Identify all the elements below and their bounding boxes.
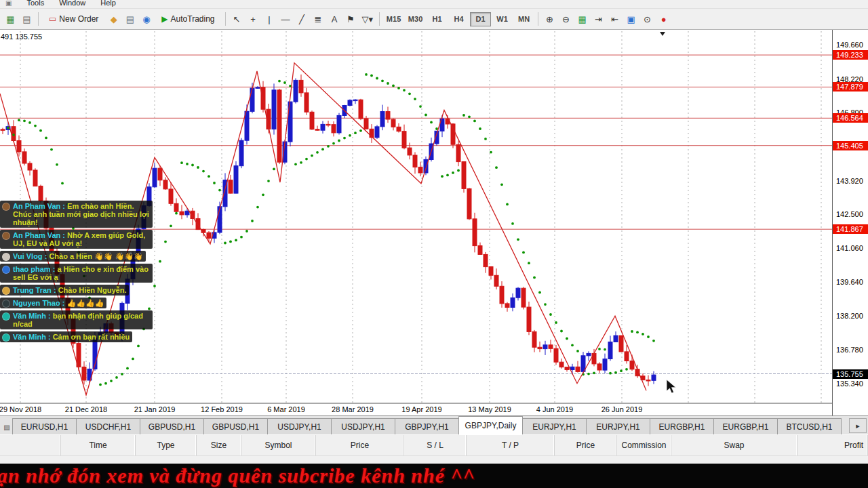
parabolic-sar-dot — [7, 127, 9, 129]
profiles-button[interactable]: ▤ — [19, 11, 35, 27]
chat-avatar — [2, 232, 10, 240]
record-button[interactable]: ● — [656, 11, 671, 27]
chart-tab-btcusd-h1[interactable]: BTCUSD,H1 — [777, 418, 842, 434]
fibonacci-button[interactable]: ≣ — [311, 11, 326, 27]
chart-tab-eurgbp-h1[interactable]: EURGBP,H1 — [713, 418, 778, 434]
chart-tab-eurjpy-h1[interactable]: EURJPY,H1 — [522, 418, 587, 434]
candle-body — [315, 129, 319, 131]
candle-body — [397, 127, 401, 131]
timeframe-d1-button[interactable]: D1 — [470, 12, 491, 26]
menu-items: ▣ToolsWindowHelp — [0, 0, 868, 9]
parabolic-sar-dot — [403, 89, 406, 92]
menu-item-help[interactable]: Help — [100, 0, 116, 7]
shapes-dropdown-button[interactable]: ▽▾ — [359, 11, 376, 27]
terminal-col-size: Size — [197, 435, 241, 455]
parabolic-sar-dot — [620, 369, 623, 372]
date-label: 12 Feb 2019 — [201, 405, 243, 413]
autotrading-play-icon: ▶ — [161, 15, 167, 23]
chart-tab-usdjpy-h1[interactable]: USDJPY,H1 — [331, 418, 395, 434]
metaeditor-button[interactable]: ◆ — [106, 11, 121, 27]
shapes-dropdown-icon: ▽▾ — [362, 15, 374, 24]
crosshair-button[interactable]: + — [245, 11, 261, 27]
timeframe-h4-button[interactable]: H4 — [448, 12, 469, 26]
print-button[interactable]: ▤ — [122, 11, 138, 27]
tab-list-icon[interactable]: ▤ — [1, 420, 12, 434]
livestream-chat-overlay: An Pham Van : Em chào anh Hiền. Chúc anh… — [0, 201, 157, 344]
terminal-col-empty — [0, 435, 61, 455]
timeframe-h1-button[interactable]: H1 — [427, 12, 448, 26]
price-scale[interactable]: 149.660148.220146.800143.920142.500141.0… — [832, 30, 868, 415]
chart-tab-usdchf-h1[interactable]: USDCHF,H1 — [76, 418, 140, 434]
parabolic-sar-dot — [34, 125, 37, 127]
app-icon: ▣ — [5, 0, 12, 7]
parabolic-sar-dot — [316, 151, 319, 154]
zoom-in-icon: ⊕ — [546, 15, 553, 24]
new-order-icon: ▭ — [49, 15, 56, 23]
candle-body — [587, 353, 591, 355]
parabolic-sar-dot — [538, 291, 541, 294]
menu-item-tools[interactable]: Tools — [26, 0, 44, 7]
chart-shift-icon: ⇤ — [611, 15, 618, 24]
parabolic-sar-dot — [544, 303, 547, 306]
strategy-tester-button[interactable]: ▣ — [623, 11, 639, 27]
auto-scroll-button[interactable]: ⇥ — [591, 11, 606, 27]
date-axis[interactable]: 29 Nov 201821 Dec 201821 Jan 201912 Feb … — [0, 404, 832, 415]
mouse-cursor-icon — [667, 380, 676, 393]
chart-tab-gbpjpy-daily[interactable]: GBPJPY,Daily — [458, 416, 523, 434]
chart-tab-usdjpy-h1[interactable]: USDJPY,H1 — [267, 418, 332, 434]
candle-body — [380, 112, 384, 127]
timeframe-w1-button[interactable]: W1 — [492, 12, 513, 26]
crosshair-icon: + — [250, 15, 256, 24]
timeframe-mn-button[interactable]: MN — [513, 12, 534, 26]
new-chart-button[interactable]: ▦ — [3, 11, 18, 27]
parabolic-sar-dot — [175, 212, 178, 215]
scroll-to-end-marker[interactable] — [660, 32, 665, 36]
horizontal-line-button[interactable]: — — [278, 11, 294, 27]
parabolic-sar-dot — [593, 371, 595, 374]
vertical-line-button[interactable]: | — [262, 11, 277, 27]
chart-tab-eurusd-h1[interactable]: EURUSD,H1 — [12, 418, 77, 434]
candle-body — [234, 166, 238, 193]
chart-tab-eurjpy-h1[interactable]: EURJPY,H1 — [586, 418, 650, 434]
timeframe-m15-button[interactable]: M15 — [383, 12, 404, 26]
menu-item-window[interactable]: Window — [59, 0, 85, 7]
parabolic-sar-dot — [522, 251, 525, 254]
candle-body — [543, 345, 547, 349]
search-button[interactable]: ⊙ — [639, 11, 655, 27]
price-tick-label: 135.340 — [833, 379, 868, 388]
cursor-button[interactable]: ↖ — [229, 11, 245, 27]
candle-body — [169, 189, 173, 203]
tab-scroll-right-button[interactable]: ▸ — [849, 418, 867, 433]
timeframe-m30-button[interactable]: M30 — [405, 12, 426, 26]
parabolic-sar-dot — [321, 148, 324, 150]
parabolic-sar-dot — [587, 373, 590, 375]
text-button[interactable]: A — [327, 11, 342, 27]
parabolic-sar-dot — [283, 81, 286, 84]
fibonacci-icon: ≣ — [315, 15, 322, 24]
price-line-label: 147.879 — [833, 82, 868, 92]
zoom-out-button[interactable]: ⊖ — [558, 11, 574, 27]
parabolic-sar-dot — [294, 163, 297, 165]
trendline-button[interactable]: ╱ — [294, 11, 310, 27]
chart-tab-gbpusd-h1[interactable]: GBPUSD,H1 — [203, 418, 268, 434]
new-order-button[interactable]: ▭New Order — [42, 11, 105, 27]
chat-message: Văn Minh : bạn nhận định giúp g/cad n/ca… — [0, 310, 153, 329]
parabolic-sar-dot — [419, 105, 422, 108]
date-label: 21 Jan 2019 — [134, 405, 176, 413]
tile-windows-button[interactable]: ▦ — [574, 11, 590, 27]
market-watch-button[interactable]: ◉ — [138, 11, 154, 27]
chat-avatar — [2, 333, 10, 342]
zoom-in-button[interactable]: ⊕ — [542, 11, 557, 27]
chart-tab-gbpusd-h1[interactable]: GBPUSD,H1 — [140, 418, 204, 434]
price-line-label: 145.405 — [833, 141, 868, 150]
candle-body — [359, 100, 363, 119]
parabolic-sar-dot — [387, 82, 389, 85]
chart-tab-gbpjpy-h1[interactable]: GBPJPY,H1 — [395, 418, 459, 434]
parabolic-sar-dot — [571, 344, 574, 346]
chart-shift-button[interactable]: ⇤ — [607, 11, 623, 27]
arrow-label-button[interactable]: ⚑ — [343, 11, 359, 27]
parabolic-sar-dot — [245, 230, 248, 232]
chart-tab-eurgbp-h1[interactable]: EURGBP,H1 — [650, 418, 714, 434]
search-icon: ⊙ — [644, 15, 651, 24]
autotrading-button[interactable]: ▶AutoTrading — [155, 11, 221, 27]
